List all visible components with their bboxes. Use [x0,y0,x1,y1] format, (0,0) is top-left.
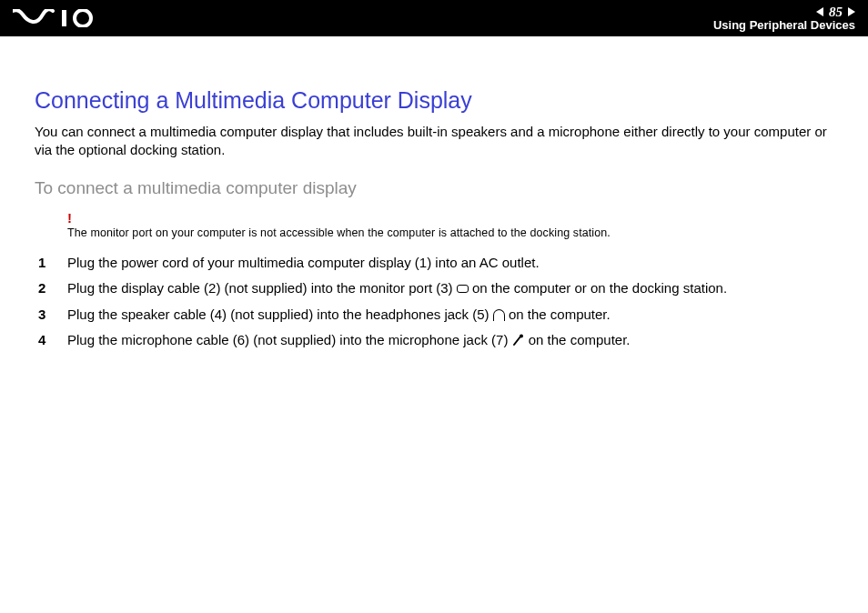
step-text: Plug the display cable (2) (not supplied… [67,280,457,296]
warning-text: The monitor port on your computer is not… [67,226,833,239]
monitor-port-icon [457,285,469,293]
step-text: on the computer. [505,306,611,322]
section-title: Using Peripheral Devices [713,19,855,32]
warning-icon: ! [67,211,833,225]
procedure-heading: To connect a multimedia computer display [35,178,833,198]
svg-rect-0 [62,10,66,26]
step-4: Plug the microphone cable (6) (not suppl… [67,327,833,354]
step-text: Plug the power cord of your multimedia c… [67,255,540,270]
step-text: on the computer or on the docking statio… [469,280,727,296]
page-title: Connecting a Multimedia Computer Display [35,87,833,114]
svg-point-1 [75,10,91,26]
header-right: 85 Using Peripheral Devices [713,5,855,32]
page-header: 85 Using Peripheral Devices [0,0,868,36]
page-content: Connecting a Multimedia Computer Display… [0,36,868,354]
svg-point-2 [520,335,523,338]
vaio-logo [13,9,100,27]
step-2: Plug the display cable (2) (not supplied… [67,276,833,302]
warning-block: ! The monitor port on your computer is n… [67,211,833,239]
intro-text: You can connect a multimedia computer di… [35,123,833,160]
microphone-jack-icon [512,334,525,347]
step-text: on the computer. [525,332,631,347]
step-text: Plug the speaker cable (4) (not supplied… [67,306,493,322]
headphones-jack-icon [493,309,505,320]
step-text: Plug the microphone cable (6) (not suppl… [67,332,512,347]
steps-list: Plug the power cord of your multimedia c… [67,250,833,354]
prev-page-icon[interactable] [816,7,823,16]
next-page-icon[interactable] [848,7,855,16]
step-3: Plug the speaker cable (4) (not supplied… [67,302,833,328]
step-1: Plug the power cord of your multimedia c… [67,250,833,276]
